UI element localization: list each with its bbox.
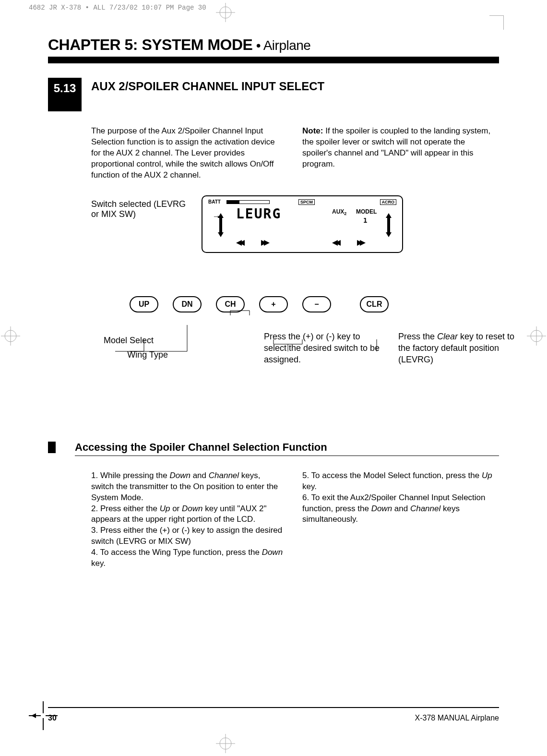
- lcd-figure-row: Switch selected (LEVRG or MIX SW) BATT S…: [91, 195, 499, 253]
- access-rule: [75, 456, 499, 456]
- registration-mark-bottom: [216, 734, 235, 753]
- lcd-main-value: LEURG: [236, 206, 281, 222]
- registration-mark-top: [216, 3, 235, 22]
- steps-left: 1. While pressing the Down and Channel k…: [91, 470, 283, 569]
- svg-marker-21: [386, 232, 392, 237]
- lcd-updown-left-icon: [217, 213, 225, 239]
- lcd-spcm-label: SPCM: [298, 199, 315, 205]
- section-number: 5.13: [48, 78, 82, 111]
- dn-button[interactable]: DN: [173, 296, 202, 312]
- registration-mark-left: [1, 326, 20, 348]
- svg-rect-20: [387, 218, 390, 232]
- lcd-screen: BATT SPCM ACRO → LEURG AUX2 MODEL 1: [202, 195, 403, 253]
- lcd-updown-right-icon: [385, 213, 392, 239]
- chapter-heading: CHAPTER 5: SYSTEM MODE • Airplane: [48, 36, 499, 54]
- model-select-label: Model Select: [91, 336, 154, 346]
- section-title: AUX 2/SPOILER CHANNEL INPUT SELECT: [91, 78, 324, 111]
- chapter-subtitle: • Airplane: [252, 38, 310, 53]
- step-item: 6. To exit the Aux2/Spoiler Channel Inpu…: [302, 492, 494, 526]
- svg-marker-18: [218, 232, 224, 237]
- wing-type-label: Wing Type: [115, 350, 168, 360]
- step-item: 4. To access the Wing Type function, pre…: [91, 547, 283, 569]
- svg-marker-16: [218, 213, 224, 218]
- lcd-batt-label: BATT: [208, 199, 221, 204]
- lcd-caption: Switch selected (LEVRG or MIX SW): [91, 195, 192, 219]
- step-item: 5. To access the Model Select function, …: [302, 470, 494, 492]
- lcd-model-number: 1: [363, 216, 367, 224]
- chapter-title: CHAPTER 5: SYSTEM MODE: [48, 36, 252, 53]
- minus-button[interactable]: −: [302, 296, 331, 312]
- lcd-acro-label: ACRO: [380, 199, 397, 205]
- step-item: 3. Press either the (+) or (-) key to as…: [91, 525, 283, 547]
- lcd-leftright-1-icon: [236, 240, 270, 248]
- print-header: 4682 JR X-378 • ALL 7/23/02 10:07 PM Pag…: [29, 4, 206, 12]
- plus-minus-annotation: Press the (+) or (-) key to select the d…: [264, 331, 384, 366]
- lcd-aux-label: AUX2: [332, 208, 346, 216]
- svg-marker-19: [386, 213, 392, 218]
- access-section-header: Accessing the Spoiler Channel Selection …: [48, 441, 499, 454]
- svg-rect-17: [219, 218, 222, 232]
- intro-left: The purpose of the Aux 2/Spoiler Channel…: [91, 126, 283, 181]
- note-text: If the spoiler is coupled to the landing…: [302, 126, 490, 168]
- button-row: UP DN CH + − CLR: [130, 296, 499, 312]
- page-number: 30: [48, 714, 57, 722]
- footer-manual-name: X-378 MANUAL Airplane: [415, 714, 499, 722]
- page-content: CHAPTER 5: SYSTEM MODE • Airplane 5.13 A…: [48, 36, 499, 569]
- intro-columns: The purpose of the Aux 2/Spoiler Channel…: [91, 126, 499, 181]
- intro-right: Note: If the spoiler is coupled to the l…: [302, 126, 494, 181]
- clr-button[interactable]: CLR: [360, 296, 389, 312]
- lcd-batt-bar: [226, 200, 270, 204]
- footer-rule: [48, 707, 499, 708]
- header-bar: [48, 57, 499, 63]
- section-bullet: [48, 442, 56, 453]
- section-header: 5.13 AUX 2/SPOILER CHANNEL INPUT SELECT: [48, 78, 499, 111]
- lcd-leftright-2-icon: [332, 240, 366, 248]
- steps-columns: 1. While pressing the Down and Channel k…: [91, 470, 499, 569]
- clr-annotation: Press the Clear key to reset to the fact…: [398, 331, 518, 366]
- lcd-model-label: MODEL: [356, 208, 377, 215]
- note-label: Note:: [302, 126, 323, 135]
- registration-mark-right: [527, 326, 546, 348]
- crop-mark-tr: [489, 15, 504, 30]
- steps-right: 5. To access the Model Select function, …: [302, 470, 494, 569]
- step-item: 2. Press either the Up or Down key until…: [91, 504, 283, 526]
- ch-button[interactable]: CH: [216, 296, 245, 312]
- up-button[interactable]: UP: [130, 296, 158, 312]
- step-item: 1. While pressing the Down and Channel k…: [91, 470, 283, 504]
- plus-button[interactable]: +: [259, 296, 288, 312]
- access-section-title: Accessing the Spoiler Channel Selection …: [75, 441, 327, 454]
